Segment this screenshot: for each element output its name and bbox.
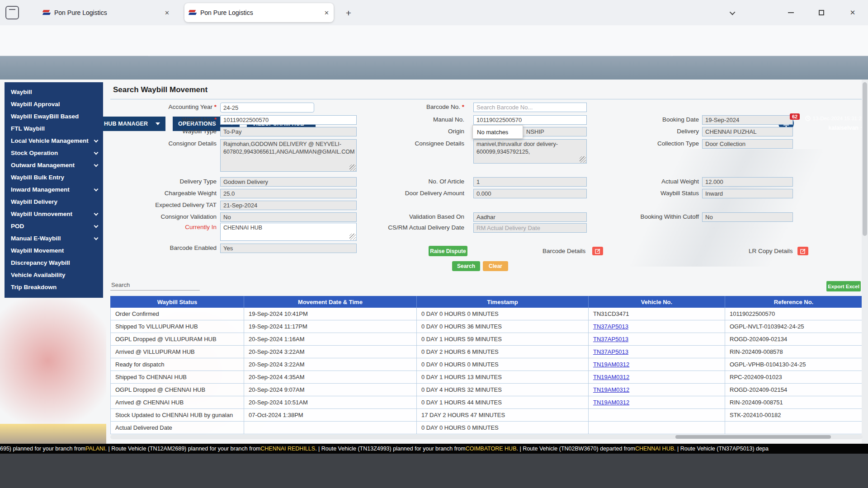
- sidebar-item-label: Local Vehicle Management: [11, 137, 89, 144]
- table-cell: TN31CD3471: [589, 308, 725, 320]
- firefox-view-icon[interactable]: [5, 6, 19, 19]
- sidebar-item-label: Trip Breakdown: [11, 284, 57, 291]
- export-excel-button[interactable]: Export Excel: [826, 281, 861, 291]
- table-cell: ROGD-202409-02154: [725, 384, 863, 396]
- table-cell: 0 DAY 1 HOURS 44 MINUTES: [417, 396, 589, 409]
- no-matches-popup: No matches: [472, 125, 523, 139]
- expected-delivery-tat-field[interactable]: 21-Sep-2024: [220, 201, 357, 210]
- collection-type-field[interactable]: Door Collection: [702, 139, 793, 149]
- new-tab-button[interactable]: +: [342, 6, 355, 20]
- raise-dispute-button[interactable]: Raise Dispute: [429, 246, 467, 256]
- vehicle-link[interactable]: TN37AP5013: [593, 323, 628, 330]
- accounting-year-field[interactable]: 24-25: [220, 103, 314, 113]
- barcode-no-field[interactable]: Search Barcode No...: [473, 103, 587, 112]
- vehicle-link[interactable]: TN37AP5013: [593, 348, 628, 355]
- sidebar-item-vehicle-availability[interactable]: Vehicle Availability: [5, 269, 103, 281]
- table-cell: 0 DAY 1 HOURS 13 MINUTES: [417, 371, 589, 384]
- table-cell: OGPL Dropped @ CHENNAI HUB: [110, 384, 244, 396]
- column-header: Waybill Status: [110, 296, 244, 308]
- list-all-tabs-icon[interactable]: [722, 4, 743, 22]
- actual-weight-field[interactable]: 12.000: [702, 177, 793, 187]
- table-cell: [589, 409, 725, 422]
- ticker-segment: CHENNAI HUB: [635, 446, 674, 452]
- table-cell: RIN-202409-008751: [725, 396, 863, 409]
- vehicle-link[interactable]: TN19AM0312: [593, 361, 629, 368]
- no-of-article-label: No. Of Article: [329, 178, 464, 185]
- waybill-status-field[interactable]: Inward: [702, 189, 793, 198]
- validation-based-on-label: Validation Based On: [329, 213, 464, 220]
- table-cell: 20-Sep-2024 3:22AM: [244, 346, 417, 358]
- sidebar-item-label: Waybill EwayBill Based: [11, 113, 79, 120]
- maximize-button[interactable]: [811, 4, 832, 22]
- delivery-field[interactable]: CHENNAI PUZHAL: [702, 127, 793, 136]
- barcode-details-label: Barcode Details: [542, 248, 585, 254]
- vehicle-link[interactable]: TN19AM0312: [593, 374, 629, 380]
- table-cell: STK-202410-00182: [725, 409, 863, 422]
- table-cell: TN19AM0312: [589, 371, 725, 384]
- search-button[interactable]: Search: [452, 261, 480, 271]
- sidebar-item-label: Waybill Delivery: [11, 198, 57, 205]
- resize-handle-icon[interactable]: [580, 156, 586, 163]
- vertical-scrollbar-thumb[interactable]: [863, 82, 867, 236]
- sidebar-item-outward-management[interactable]: Outward Management: [5, 159, 103, 171]
- tab-close-icon[interactable]: ✕: [165, 9, 170, 16]
- required-asterisk: *: [212, 116, 217, 123]
- tab-pon-pure-1[interactable]: Pon Pure Logistics ✕: [38, 4, 174, 21]
- sidebar-item-trip-breakdown[interactable]: Trip Breakdown: [5, 281, 103, 293]
- placeholder-text: RM Actual Delivery Date: [476, 225, 540, 231]
- sidebar-item-label: Waybill Approval: [11, 101, 60, 108]
- tab-title: Pon Pure Logistics: [200, 9, 253, 16]
- table-row: Arrived @ CHENNAI HUB20-Sep-2024 10:51AM…: [110, 396, 863, 409]
- table-row: Shipped To VILLUPURAM HUB19-Sep-2024 11:…: [110, 320, 863, 333]
- cs-rm-actual-delivery-date-field[interactable]: RM Actual Delivery Date: [473, 223, 587, 233]
- origin-label: Origin: [329, 128, 464, 135]
- vehicle-link[interactable]: TN37AP5013: [593, 336, 628, 343]
- horizontal-scrollbar-thumb[interactable]: [675, 435, 831, 439]
- sidebar-item-label: Waybill: [11, 89, 32, 95]
- sidebar-item-label: Manual E-Waybill: [11, 235, 61, 242]
- table-cell: TN19AM0312: [589, 396, 725, 409]
- barcode-enabled-field[interactable]: Yes: [220, 244, 357, 253]
- table-cell: TN37AP5013: [589, 320, 725, 333]
- minimize-button[interactable]: [780, 4, 801, 22]
- sidebar-item-label: FTL Waybill: [11, 125, 45, 132]
- sidebar-item-discrepancy-waybill[interactable]: Discrepancy Waybill: [5, 257, 103, 269]
- resize-handle-icon[interactable]: [349, 234, 356, 240]
- table-cell: 0 DAY 2 HOURS 6 MINUTES: [417, 346, 589, 358]
- vehicle-link[interactable]: TN19AM0312: [593, 386, 629, 393]
- clear-button[interactable]: Clear: [483, 261, 508, 271]
- screen: Pon Pure Logistics ✕ Pon Pure Logistics …: [0, 0, 868, 488]
- waybill-type-label: Waybill Type: [81, 128, 217, 135]
- sidebar-item-waybill[interactable]: Waybill: [5, 86, 103, 98]
- sidebar-item-label: Discrepancy Waybill: [11, 259, 70, 266]
- vehicle-link[interactable]: TN19AM0312: [593, 399, 629, 406]
- table-row: Ready for dispatch20-Sep-2024 3:22AM0 DA…: [110, 358, 863, 371]
- sidebar-item-stock-operation[interactable]: Stock Operation: [5, 147, 103, 159]
- table-cell: RIN-202409-008578: [725, 346, 863, 358]
- ticker-segment: . | Route Vehicle (TN12AM2689) planned f…: [105, 446, 261, 452]
- column-header: Vehicle No.: [589, 296, 725, 308]
- table-cell: 20-Sep-2024 4:35AM: [244, 371, 417, 384]
- booking-date-field[interactable]: 19-Sep-2024: [702, 115, 793, 125]
- table-cell: 20-Sep-2024 1:16AM: [244, 333, 417, 346]
- app-header: PON PURE Expres On time every time HUB M…: [0, 56, 868, 80]
- tab-pon-pure-2[interactable]: Pon Pure Logistics ✕: [184, 3, 334, 22]
- waybill-no-label: Waybill No. *: [81, 116, 217, 123]
- close-button[interactable]: ✕: [842, 4, 863, 22]
- notification-count-badge: 62: [790, 113, 800, 120]
- booking-within-cutoff-field[interactable]: No: [702, 212, 793, 222]
- table-cell: 0 DAY 0 HOURS 0 MINUTES: [417, 358, 589, 371]
- table-row: OGPL Dropped @ VILLUPURAM HUB20-Sep-2024…: [110, 333, 863, 346]
- browser-navbar: ← → https://anchor.ponpurelogistics.com/…: [0, 25, 868, 56]
- tab-close-icon[interactable]: ✕: [324, 9, 329, 16]
- sidebar-item-manual-e-waybill[interactable]: Manual E-Waybill: [5, 232, 103, 244]
- user-menu[interactable]: kalaiselvan: [828, 125, 864, 131]
- ponpure-favicon: [43, 9, 50, 16]
- lr-copy-details-edit-button[interactable]: [797, 247, 808, 255]
- table-cell: Stock Updated to CHENNAI HUB by gunalan: [110, 409, 244, 422]
- barcode-details-edit-button[interactable]: [592, 247, 603, 255]
- resize-handle-icon[interactable]: [349, 164, 356, 171]
- table-cell: Arrived @ VILLUPURAM HUB: [110, 346, 244, 358]
- consignor-validation-label: Consignor Validation: [81, 213, 217, 220]
- results-search-input[interactable]: [110, 290, 200, 291]
